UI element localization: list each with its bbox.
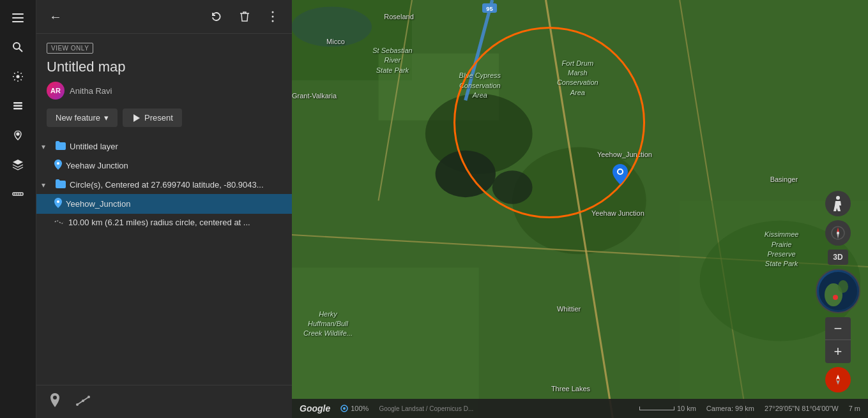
layer-1-chevron: ▾ [42,142,52,151]
user-row: AR Anitha Ravi [47,82,282,100]
compass-button[interactable] [825,220,851,246]
more-options-button[interactable] [261,5,284,28]
line-icon [54,218,65,227]
map-area[interactable]: 95 Roseland Micco Grant-Valkaria St Seba… [292,0,868,418]
back-button[interactable]: ← [44,5,67,28]
new-feature-chevron: ▾ [104,113,109,123]
view-only-badge: VIEW ONLY [47,43,93,54]
svg-point-46 [836,196,840,200]
svg-point-5 [17,75,20,78]
svg-point-16 [272,11,274,13]
folder-icon-1 [56,141,66,152]
svg-point-22 [53,396,57,399]
radius-circle-label: 10.00 km (6.21 miles) radius circle, cen… [68,218,284,227]
zoom-controls: − + [825,317,851,363]
undo-button[interactable] [205,5,228,28]
sidebar-bottom [36,385,292,418]
present-label: Present [144,113,173,123]
status-bar: Google 100% Google Landsat / Copernicus … [292,399,868,418]
yeehaw-junction-item[interactable]: Yeehaw Junction [36,156,292,175]
layer-list: ▾ Untitled layer Yeehaw Junction ▾ Circl… [36,135,292,385]
svg-marker-19 [133,114,140,122]
zoom-level: 7 m [849,405,860,412]
svg-point-3 [13,43,20,49]
map-pin [613,164,628,187]
folder-icon-2 [56,179,66,190]
zoom-out-button[interactable]: − [825,317,851,340]
settings-button[interactable] [5,64,31,89]
zoom-percent-indicator: 100% [340,405,369,412]
svg-point-53 [838,280,848,293]
location-button[interactable] [5,123,31,148]
pin-icon-2 [54,198,62,210]
svg-point-20 [57,162,59,165]
new-feature-button[interactable]: New feature ▾ [47,108,118,127]
map-style-button[interactable] [5,152,31,177]
layer-2-label: Circle(s), Centered at 27.699740 latitud… [70,180,284,190]
svg-marker-55 [836,375,840,380]
radius-circle [453,27,645,218]
svg-rect-42 [292,267,479,418]
menu-button[interactable] [5,5,31,31]
avatar: AR [47,82,65,100]
new-feature-label: New feature [56,113,100,123]
action-row: New feature ▾ Present [47,108,282,127]
scale-bar: 10 km [639,405,696,412]
compass-arrow-button[interactable] [825,367,851,392]
yeehow-junction-label: Yeehow_Junction [66,199,284,209]
layer-1-label: Untitled layer [70,142,284,151]
svg-point-17 [272,16,274,18]
layer-2-chevron: ▾ [42,181,52,190]
svg-point-54 [833,295,838,300]
present-button[interactable]: Present [123,108,182,127]
google-logo: Google [300,403,330,414]
layer-2-header[interactable]: ▾ Circle(s), Centered at 27.699740 latit… [36,175,292,194]
layers-button[interactable] [5,93,31,119]
svg-point-58 [343,407,346,410]
map-controls: 3D − + [816,191,860,392]
radius-circle-item[interactable]: 10.00 km (6.21 miles) radius circle, cen… [36,214,292,231]
pegman-button[interactable] [825,191,851,216]
svg-text:95: 95 [486,5,492,12]
layer-1-header[interactable]: ▾ Untitled layer [36,137,292,156]
svg-rect-1 [12,17,24,19]
three-d-button[interactable]: 3D [828,250,848,265]
attribution-text: Google Landsat / Copernicus D... [379,405,473,412]
svg-rect-7 [13,105,22,107]
svg-rect-2 [12,21,24,22]
coordinates: 27°29'05"N 81°04'00"W [765,405,839,412]
svg-rect-8 [13,108,22,110]
globe-preview [816,269,860,313]
delete-button[interactable] [233,5,256,28]
camera-info: Camera: 99 km [706,405,754,412]
svg-point-50 [837,232,839,234]
svg-point-18 [272,20,274,22]
svg-point-21 [57,200,59,203]
sidebar: ← VIEW ONLY Untitled map AR Anitha Ravi … [36,0,292,418]
svg-rect-0 [12,13,24,15]
add-line-button[interactable] [73,391,93,413]
svg-line-4 [19,49,22,52]
search-button[interactable] [5,34,31,60]
svg-marker-56 [836,380,840,385]
measure-button[interactable] [5,181,31,207]
map-title-section: VIEW ONLY Untitled map AR Anitha Ravi Ne… [36,34,292,135]
icon-bar [0,0,36,418]
sidebar-header: ← [36,0,292,34]
yeehaw-junction-label: Yeehaw Junction [66,161,284,170]
yeehow-junction-item[interactable]: Yeehow_Junction [36,194,292,214]
pin-icon-1 [54,160,62,172]
svg-marker-10 [13,160,23,165]
zoom-in-button[interactable]: + [825,340,851,363]
svg-point-45 [618,170,622,174]
user-name: Anitha Ravi [70,86,112,96]
svg-point-9 [17,133,19,135]
map-title: Untitled map [47,59,282,75]
add-pin-button[interactable] [47,391,63,413]
svg-rect-11 [13,193,23,195]
svg-rect-6 [13,102,22,104]
